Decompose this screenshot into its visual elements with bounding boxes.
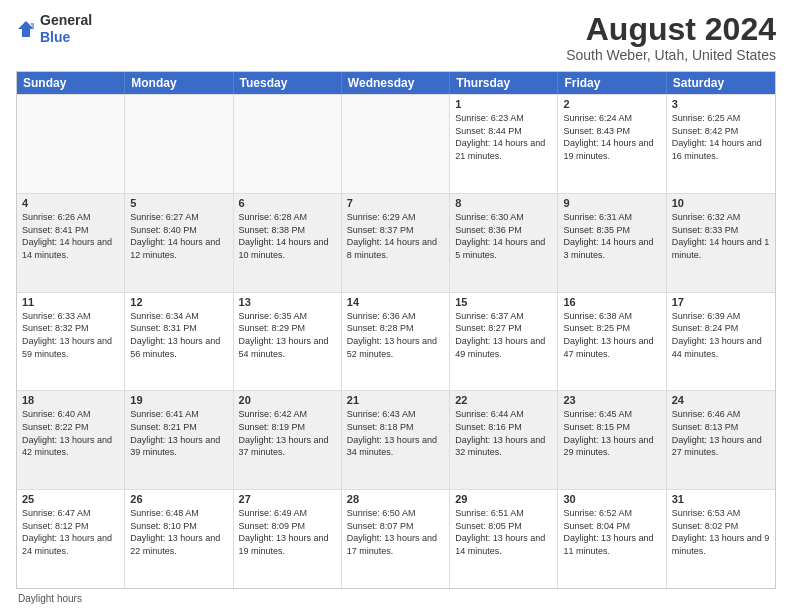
day-info: Sunrise: 6:29 AM Sunset: 8:37 PM Dayligh… <box>347 211 444 261</box>
calendar-header: SundayMondayTuesdayWednesdayThursdayFrid… <box>17 72 775 94</box>
logo-text: General Blue <box>40 12 92 46</box>
day-info: Sunrise: 6:51 AM Sunset: 8:05 PM Dayligh… <box>455 507 552 557</box>
logo: General Blue <box>16 12 92 46</box>
day-number: 29 <box>455 493 552 505</box>
day-number: 24 <box>672 394 770 406</box>
calendar-body: 1Sunrise: 6:23 AM Sunset: 8:44 PM Daylig… <box>17 94 775 588</box>
calendar-cell <box>234 95 342 193</box>
day-number: 11 <box>22 296 119 308</box>
calendar-row: 11Sunrise: 6:33 AM Sunset: 8:32 PM Dayli… <box>17 292 775 391</box>
day-number: 19 <box>130 394 227 406</box>
calendar-cell: 14Sunrise: 6:36 AM Sunset: 8:28 PM Dayli… <box>342 293 450 391</box>
calendar-cell: 6Sunrise: 6:28 AM Sunset: 8:38 PM Daylig… <box>234 194 342 292</box>
day-info: Sunrise: 6:42 AM Sunset: 8:19 PM Dayligh… <box>239 408 336 458</box>
day-info: Sunrise: 6:53 AM Sunset: 8:02 PM Dayligh… <box>672 507 770 557</box>
calendar-cell: 2Sunrise: 6:24 AM Sunset: 8:43 PM Daylig… <box>558 95 666 193</box>
day-number: 25 <box>22 493 119 505</box>
day-info: Sunrise: 6:33 AM Sunset: 8:32 PM Dayligh… <box>22 310 119 360</box>
day-info: Sunrise: 6:35 AM Sunset: 8:29 PM Dayligh… <box>239 310 336 360</box>
calendar-cell: 20Sunrise: 6:42 AM Sunset: 8:19 PM Dayli… <box>234 391 342 489</box>
day-number: 31 <box>672 493 770 505</box>
day-number: 1 <box>455 98 552 110</box>
day-info: Sunrise: 6:26 AM Sunset: 8:41 PM Dayligh… <box>22 211 119 261</box>
day-number: 3 <box>672 98 770 110</box>
calendar-cell <box>342 95 450 193</box>
calendar-row: 18Sunrise: 6:40 AM Sunset: 8:22 PM Dayli… <box>17 390 775 489</box>
day-info: Sunrise: 6:47 AM Sunset: 8:12 PM Dayligh… <box>22 507 119 557</box>
day-info: Sunrise: 6:52 AM Sunset: 8:04 PM Dayligh… <box>563 507 660 557</box>
day-number: 20 <box>239 394 336 406</box>
day-info: Sunrise: 6:25 AM Sunset: 8:42 PM Dayligh… <box>672 112 770 162</box>
footer-text: Daylight hours <box>18 593 82 604</box>
calendar-header-cell: Wednesday <box>342 72 450 94</box>
calendar-row: 1Sunrise: 6:23 AM Sunset: 8:44 PM Daylig… <box>17 94 775 193</box>
day-number: 10 <box>672 197 770 209</box>
day-info: Sunrise: 6:30 AM Sunset: 8:36 PM Dayligh… <box>455 211 552 261</box>
calendar-cell: 5Sunrise: 6:27 AM Sunset: 8:40 PM Daylig… <box>125 194 233 292</box>
day-info: Sunrise: 6:49 AM Sunset: 8:09 PM Dayligh… <box>239 507 336 557</box>
day-info: Sunrise: 6:44 AM Sunset: 8:16 PM Dayligh… <box>455 408 552 458</box>
day-number: 17 <box>672 296 770 308</box>
day-info: Sunrise: 6:38 AM Sunset: 8:25 PM Dayligh… <box>563 310 660 360</box>
day-number: 30 <box>563 493 660 505</box>
day-info: Sunrise: 6:24 AM Sunset: 8:43 PM Dayligh… <box>563 112 660 162</box>
calendar-cell: 15Sunrise: 6:37 AM Sunset: 8:27 PM Dayli… <box>450 293 558 391</box>
calendar-row: 4Sunrise: 6:26 AM Sunset: 8:41 PM Daylig… <box>17 193 775 292</box>
logo-general-text: General <box>40 12 92 28</box>
day-number: 21 <box>347 394 444 406</box>
day-info: Sunrise: 6:46 AM Sunset: 8:13 PM Dayligh… <box>672 408 770 458</box>
calendar-cell <box>125 95 233 193</box>
calendar-cell: 13Sunrise: 6:35 AM Sunset: 8:29 PM Dayli… <box>234 293 342 391</box>
calendar-cell: 9Sunrise: 6:31 AM Sunset: 8:35 PM Daylig… <box>558 194 666 292</box>
calendar-cell <box>17 95 125 193</box>
calendar-cell: 10Sunrise: 6:32 AM Sunset: 8:33 PM Dayli… <box>667 194 775 292</box>
calendar-header-cell: Friday <box>558 72 666 94</box>
day-number: 7 <box>347 197 444 209</box>
day-number: 23 <box>563 394 660 406</box>
day-number: 13 <box>239 296 336 308</box>
day-number: 27 <box>239 493 336 505</box>
calendar-cell: 11Sunrise: 6:33 AM Sunset: 8:32 PM Dayli… <box>17 293 125 391</box>
day-info: Sunrise: 6:39 AM Sunset: 8:24 PM Dayligh… <box>672 310 770 360</box>
calendar-cell: 29Sunrise: 6:51 AM Sunset: 8:05 PM Dayli… <box>450 490 558 588</box>
calendar-cell: 24Sunrise: 6:46 AM Sunset: 8:13 PM Dayli… <box>667 391 775 489</box>
calendar-header-cell: Monday <box>125 72 233 94</box>
day-info: Sunrise: 6:27 AM Sunset: 8:40 PM Dayligh… <box>130 211 227 261</box>
main-title: August 2024 <box>566 12 776 47</box>
title-block: August 2024 South Weber, Utah, United St… <box>566 12 776 63</box>
day-info: Sunrise: 6:40 AM Sunset: 8:22 PM Dayligh… <box>22 408 119 458</box>
calendar-cell: 22Sunrise: 6:44 AM Sunset: 8:16 PM Dayli… <box>450 391 558 489</box>
day-info: Sunrise: 6:41 AM Sunset: 8:21 PM Dayligh… <box>130 408 227 458</box>
calendar-cell: 1Sunrise: 6:23 AM Sunset: 8:44 PM Daylig… <box>450 95 558 193</box>
calendar-cell: 23Sunrise: 6:45 AM Sunset: 8:15 PM Dayli… <box>558 391 666 489</box>
day-number: 18 <box>22 394 119 406</box>
calendar-cell: 19Sunrise: 6:41 AM Sunset: 8:21 PM Dayli… <box>125 391 233 489</box>
calendar-header-cell: Thursday <box>450 72 558 94</box>
calendar-cell: 12Sunrise: 6:34 AM Sunset: 8:31 PM Dayli… <box>125 293 233 391</box>
day-info: Sunrise: 6:23 AM Sunset: 8:44 PM Dayligh… <box>455 112 552 162</box>
calendar-cell: 31Sunrise: 6:53 AM Sunset: 8:02 PM Dayli… <box>667 490 775 588</box>
calendar-cell: 16Sunrise: 6:38 AM Sunset: 8:25 PM Dayli… <box>558 293 666 391</box>
calendar-cell: 4Sunrise: 6:26 AM Sunset: 8:41 PM Daylig… <box>17 194 125 292</box>
calendar-row: 25Sunrise: 6:47 AM Sunset: 8:12 PM Dayli… <box>17 489 775 588</box>
day-number: 22 <box>455 394 552 406</box>
day-number: 6 <box>239 197 336 209</box>
sub-title: South Weber, Utah, United States <box>566 47 776 63</box>
logo-icon <box>16 19 36 39</box>
day-number: 9 <box>563 197 660 209</box>
calendar-header-cell: Tuesday <box>234 72 342 94</box>
day-number: 28 <box>347 493 444 505</box>
day-info: Sunrise: 6:31 AM Sunset: 8:35 PM Dayligh… <box>563 211 660 261</box>
day-number: 14 <box>347 296 444 308</box>
calendar-cell: 30Sunrise: 6:52 AM Sunset: 8:04 PM Dayli… <box>558 490 666 588</box>
calendar-cell: 17Sunrise: 6:39 AM Sunset: 8:24 PM Dayli… <box>667 293 775 391</box>
calendar-cell: 8Sunrise: 6:30 AM Sunset: 8:36 PM Daylig… <box>450 194 558 292</box>
calendar-cell: 3Sunrise: 6:25 AM Sunset: 8:42 PM Daylig… <box>667 95 775 193</box>
day-info: Sunrise: 6:37 AM Sunset: 8:27 PM Dayligh… <box>455 310 552 360</box>
day-number: 2 <box>563 98 660 110</box>
calendar-header-cell: Saturday <box>667 72 775 94</box>
calendar-cell: 28Sunrise: 6:50 AM Sunset: 8:07 PM Dayli… <box>342 490 450 588</box>
day-info: Sunrise: 6:32 AM Sunset: 8:33 PM Dayligh… <box>672 211 770 261</box>
calendar: SundayMondayTuesdayWednesdayThursdayFrid… <box>16 71 776 589</box>
day-info: Sunrise: 6:28 AM Sunset: 8:38 PM Dayligh… <box>239 211 336 261</box>
